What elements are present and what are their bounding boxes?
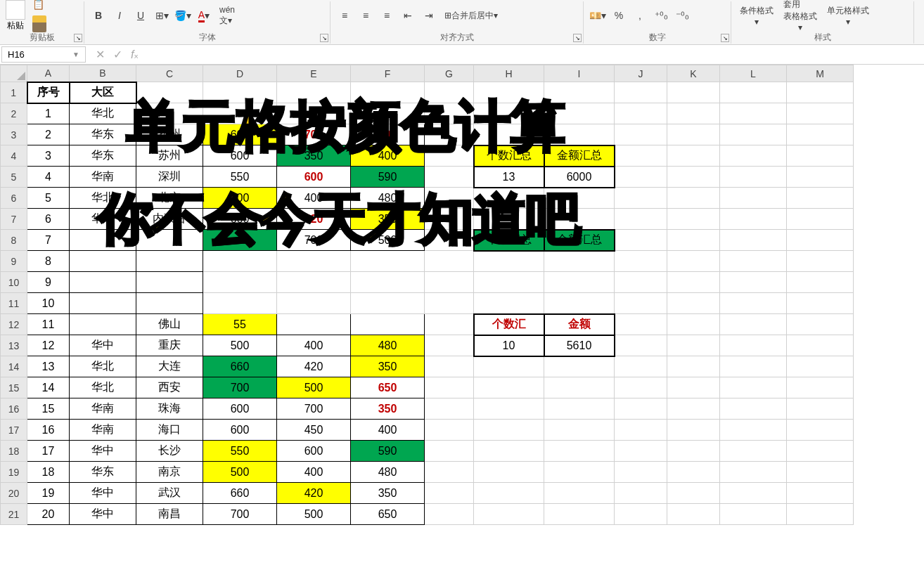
- cell-H6[interactable]: [474, 188, 544, 209]
- table-format-button[interactable]: 套用 表格格式▾: [781, 0, 820, 32]
- row-header-15[interactable]: 15: [1, 377, 27, 398]
- cell-F7[interactable]: 350: [351, 209, 425, 230]
- cell-I4[interactable]: 金额汇总: [544, 145, 615, 167]
- cell-C9[interactable]: [136, 251, 203, 272]
- cell-H17[interactable]: [474, 420, 544, 441]
- cell-A15[interactable]: 14: [27, 377, 70, 398]
- cell-A11[interactable]: 10: [27, 293, 70, 314]
- comma-button[interactable]: ,: [631, 7, 648, 24]
- cell-K11[interactable]: [667, 293, 720, 314]
- cell-D3[interactable]: 600: [203, 124, 277, 145]
- cell-C13[interactable]: 重庆: [136, 335, 203, 356]
- cell-M10[interactable]: [787, 272, 854, 293]
- cell-D14[interactable]: 660: [203, 356, 277, 377]
- cell-B13[interactable]: 华中: [70, 335, 136, 356]
- align-center-button[interactable]: ≡: [357, 7, 374, 24]
- cell-A12[interactable]: 11: [27, 314, 70, 335]
- cell-J8[interactable]: [615, 230, 667, 251]
- cell-G8[interactable]: [425, 230, 474, 251]
- col-header-C[interactable]: C: [136, 65, 203, 82]
- cell-G11[interactable]: [425, 293, 474, 314]
- cell-A17[interactable]: 16: [27, 420, 70, 441]
- cell-F11[interactable]: [351, 293, 425, 314]
- cell-B11[interactable]: [70, 293, 136, 314]
- cell-F15[interactable]: 650: [351, 377, 425, 398]
- cell-K16[interactable]: [667, 398, 720, 420]
- border-button[interactable]: ⊞▾: [153, 7, 170, 24]
- cell-G1[interactable]: [425, 82, 474, 103]
- cell-F12[interactable]: [351, 314, 425, 335]
- indent-increase-button[interactable]: ⇥: [421, 7, 437, 24]
- cell-B2[interactable]: 华北: [70, 103, 136, 124]
- cell-C10[interactable]: [136, 272, 203, 293]
- cell-C19[interactable]: 南京: [136, 462, 203, 483]
- cell-E12[interactable]: [277, 314, 351, 335]
- cell-D15[interactable]: 700: [203, 377, 277, 398]
- cell-H15[interactable]: [474, 377, 544, 398]
- row-header-4[interactable]: 4: [1, 145, 27, 167]
- row-header-1[interactable]: 1: [1, 82, 27, 103]
- cell-G13[interactable]: [425, 335, 474, 356]
- cell-D5[interactable]: 550: [203, 167, 277, 188]
- cell-L14[interactable]: [720, 356, 787, 377]
- cell-D19[interactable]: 500: [203, 462, 277, 483]
- cell-B18[interactable]: 华中: [70, 441, 136, 462]
- cell-D12[interactable]: 55: [203, 314, 277, 335]
- cell-I7[interactable]: [544, 209, 615, 230]
- align-right-button[interactable]: ≡: [378, 7, 395, 24]
- cell-B6[interactable]: 华北: [70, 188, 136, 209]
- cell-L11[interactable]: [720, 293, 787, 314]
- cell-J14[interactable]: [615, 356, 667, 377]
- cell-styles-button[interactable]: 单元格样式▾: [824, 5, 872, 27]
- cell-F8[interactable]: 500: [351, 230, 425, 251]
- cell-E13[interactable]: 400: [277, 335, 351, 356]
- cell-G6[interactable]: [425, 188, 474, 209]
- cell-J15[interactable]: [615, 377, 667, 398]
- cell-K6[interactable]: [667, 188, 720, 209]
- cell-E1[interactable]: [277, 82, 351, 103]
- cell-G17[interactable]: [425, 420, 474, 441]
- cell-K17[interactable]: [667, 420, 720, 441]
- cell-J17[interactable]: [615, 420, 667, 441]
- cell-I21[interactable]: [544, 504, 615, 525]
- cell-K3[interactable]: [667, 124, 720, 145]
- cell-A4[interactable]: 3: [27, 145, 70, 167]
- cell-A20[interactable]: 19: [27, 483, 70, 504]
- col-header-K[interactable]: K: [667, 65, 720, 82]
- cell-H13[interactable]: 10: [474, 335, 544, 356]
- formula-input[interactable]: [147, 45, 924, 64]
- cell-I19[interactable]: [544, 462, 615, 483]
- cell-H4[interactable]: 个数汇总: [474, 145, 544, 167]
- row-header-7[interactable]: 7: [1, 209, 27, 230]
- row-header-6[interactable]: 6: [1, 188, 27, 209]
- cell-L2[interactable]: [720, 103, 787, 124]
- cell-A19[interactable]: 18: [27, 462, 70, 483]
- cell-I17[interactable]: [544, 420, 615, 441]
- cell-B3[interactable]: 华东: [70, 124, 136, 145]
- cell-B19[interactable]: 华东: [70, 462, 136, 483]
- cell-E19[interactable]: 400: [277, 462, 351, 483]
- cell-K1[interactable]: [667, 82, 720, 103]
- format-painter-icon[interactable]: [32, 15, 46, 32]
- cell-K15[interactable]: [667, 377, 720, 398]
- cell-K8[interactable]: [667, 230, 720, 251]
- col-header-L[interactable]: L: [720, 65, 787, 82]
- row-header-16[interactable]: 16: [1, 398, 27, 420]
- cell-E21[interactable]: 500: [277, 504, 351, 525]
- cell-I20[interactable]: [544, 483, 615, 504]
- cell-F9[interactable]: [351, 251, 425, 272]
- cell-A2[interactable]: 1: [27, 103, 70, 124]
- cell-A1[interactable]: 序号: [27, 82, 70, 103]
- font-color-button[interactable]: A▾: [195, 7, 212, 24]
- select-all-corner[interactable]: [1, 65, 27, 82]
- bold-button[interactable]: B: [90, 7, 107, 24]
- cell-D9[interactable]: [203, 251, 277, 272]
- cell-J20[interactable]: [615, 483, 667, 504]
- clipboard-launcher[interactable]: ↘: [74, 34, 82, 42]
- cell-F18[interactable]: 590: [351, 441, 425, 462]
- cell-H1[interactable]: [474, 82, 544, 103]
- row-header-14[interactable]: 14: [1, 356, 27, 377]
- cell-D8[interactable]: [203, 230, 277, 251]
- cell-I14[interactable]: [544, 356, 615, 377]
- row-header-2[interactable]: 2: [1, 103, 27, 124]
